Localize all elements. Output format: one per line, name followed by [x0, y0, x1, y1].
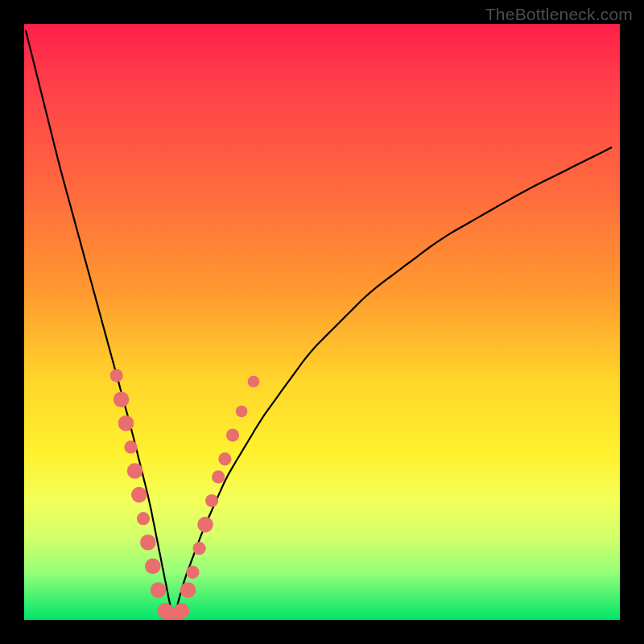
- curve-marker: [114, 391, 130, 407]
- watermark-label: TheBottleneck.com: [485, 5, 633, 24]
- curve-marker: [193, 542, 206, 555]
- bottleneck-curve-svg: [24, 24, 620, 620]
- curve-marker: [110, 369, 123, 382]
- bottleneck-curve-path: [26, 30, 612, 615]
- curve-marker: [205, 494, 218, 507]
- curve-marker: [236, 406, 248, 418]
- curve-marker: [218, 452, 231, 465]
- curve-marker: [226, 429, 239, 442]
- curve-marker: [140, 535, 156, 551]
- curve-marker: [137, 512, 150, 525]
- curve-marker: [174, 603, 190, 619]
- curve-marker: [124, 440, 137, 453]
- plot-area: [24, 24, 620, 620]
- curve-marker: [180, 582, 196, 598]
- curve-marker: [145, 559, 161, 575]
- curve-marker: [118, 415, 134, 431]
- curve-marker: [197, 517, 213, 533]
- curve-marker: [186, 566, 199, 579]
- chart-frame: TheBottleneck.com: [0, 0, 644, 644]
- curve-marker: [248, 376, 260, 388]
- curve-marker: [212, 470, 225, 483]
- curve-marker: [127, 463, 143, 479]
- curve-marker: [151, 582, 167, 598]
- curve-marker: [131, 487, 147, 503]
